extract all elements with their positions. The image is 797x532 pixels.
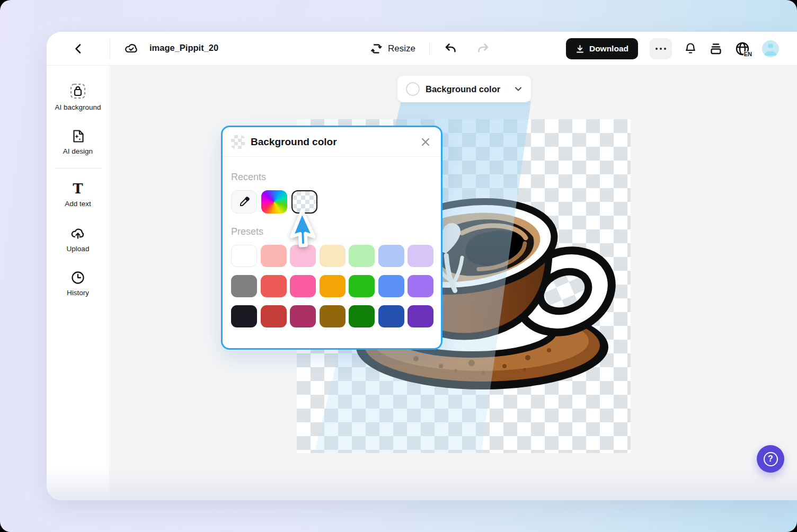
sidebar-divider: [55, 168, 101, 169]
question-mark-icon: ?: [764, 452, 778, 466]
notification-bell-icon[interactable]: [684, 42, 697, 56]
history-clock-icon: [70, 270, 85, 285]
chevron-down-icon: [514, 85, 523, 93]
preset-swatch-19[interactable]: [378, 305, 404, 327]
add-text-icon: T: [70, 181, 85, 196]
upload-cloud-icon: [70, 225, 86, 241]
document-title[interactable]: image_Pippit_20: [149, 43, 230, 53]
dropdown-label: Background color: [426, 84, 500, 94]
app-screenshot: image_Pippit_20 Resize: [0, 0, 797, 532]
tools-sidebar: AI background AI design T Add text: [47, 66, 110, 500]
rainbow-gradient-swatch[interactable]: [261, 190, 287, 214]
header-divider: [110, 39, 110, 59]
sidebar-item-add-text[interactable]: T Add text: [51, 181, 104, 208]
transparency-checker-icon: [231, 135, 245, 149]
preset-swatch-16[interactable]: [290, 305, 316, 327]
stack-icon[interactable]: [709, 42, 723, 56]
preset-swatch-8[interactable]: [261, 275, 287, 297]
preset-swatch-3[interactable]: [320, 245, 346, 267]
resize-undo-group: Resize: [370, 32, 490, 66]
ai-background-icon: [69, 83, 86, 100]
recents-section-label: Recents: [231, 172, 432, 183]
editor-window: image_Pippit_20 Resize: [47, 32, 797, 500]
preset-swatch-2[interactable]: [290, 245, 316, 267]
resize-button[interactable]: Resize: [388, 43, 415, 54]
preset-swatch-17[interactable]: [320, 305, 346, 327]
sidebar-label: AI background: [55, 103, 101, 111]
popup-header: Background color: [223, 127, 441, 157]
preset-swatch-5[interactable]: [378, 245, 404, 267]
preset-swatch-4[interactable]: [349, 245, 375, 267]
header-right-group: Download EN: [566, 32, 779, 66]
help-button[interactable]: ?: [757, 445, 784, 473]
avatar[interactable]: [762, 40, 779, 57]
preset-swatch-15[interactable]: [261, 305, 287, 327]
presets-grid: [231, 245, 432, 327]
back-chevron-icon: [73, 43, 84, 54]
preset-swatch-12[interactable]: [378, 275, 404, 297]
preset-swatch-10[interactable]: [320, 275, 346, 297]
back-button[interactable]: [70, 40, 87, 57]
cloud-synced-icon: [124, 41, 139, 56]
resize-crop-icon: [370, 42, 383, 55]
preset-swatch-13[interactable]: [408, 275, 433, 297]
recents-row: [231, 190, 432, 214]
download-icon: [575, 45, 585, 54]
presets-section-label: Presets: [231, 226, 432, 237]
transparent-swatch-selected[interactable]: [291, 190, 317, 214]
language-button[interactable]: EN: [734, 41, 750, 57]
toolbar-divider: [429, 42, 430, 55]
eyedropper-icon: [238, 196, 250, 208]
sidebar-label: AI design: [63, 147, 93, 155]
preset-swatch-14[interactable]: [231, 305, 257, 327]
top-toolbar: image_Pippit_20 Resize: [47, 32, 797, 66]
preset-swatch-18[interactable]: [349, 305, 375, 327]
undo-icon[interactable]: [444, 42, 457, 56]
preset-swatch-6[interactable]: [408, 245, 433, 267]
background-color-dropdown[interactable]: Background color: [397, 76, 531, 102]
sidebar-item-ai-design[interactable]: AI design: [51, 129, 104, 155]
preset-swatch-0[interactable]: [231, 245, 257, 267]
sidebar-item-history[interactable]: History: [51, 270, 104, 297]
preset-swatch-11[interactable]: [349, 275, 375, 297]
preset-swatch-20[interactable]: [408, 305, 433, 327]
sidebar-label: Upload: [67, 245, 90, 253]
more-options-button[interactable]: [650, 38, 672, 59]
redo-icon[interactable]: [476, 42, 490, 56]
background-color-popup: Background color Recents: [221, 126, 442, 350]
ai-design-icon: [70, 129, 85, 144]
preset-swatch-7[interactable]: [231, 275, 257, 297]
preset-swatch-1[interactable]: [261, 245, 287, 267]
current-color-chip: [406, 82, 420, 96]
sidebar-item-ai-background[interactable]: AI background: [51, 83, 104, 111]
close-popup-button[interactable]: [419, 135, 432, 149]
download-label: Download: [589, 44, 628, 54]
download-button[interactable]: Download: [566, 38, 638, 59]
close-icon: [420, 137, 431, 147]
preset-swatch-9[interactable]: [290, 275, 316, 297]
sidebar-label: History: [67, 289, 89, 297]
language-badge: EN: [743, 51, 752, 57]
popup-title: Background color: [251, 136, 337, 148]
popup-body: Recents Presets: [223, 157, 441, 339]
sidebar-label: Add text: [65, 200, 91, 208]
sidebar-item-upload[interactable]: Upload: [51, 225, 104, 253]
svg-text:T: T: [73, 181, 83, 196]
eyedropper-button[interactable]: [231, 190, 257, 214]
